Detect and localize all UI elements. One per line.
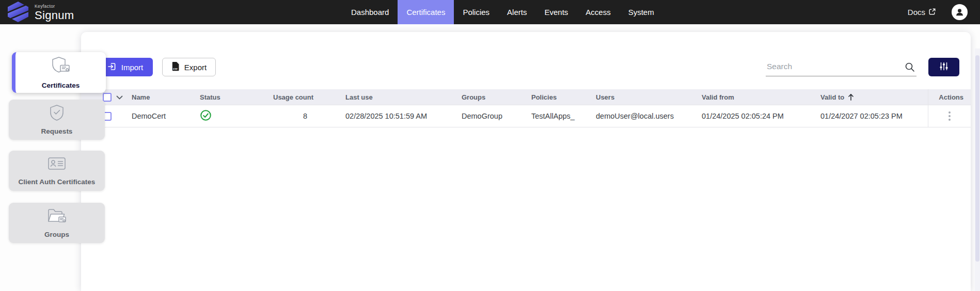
top-nav-bar: Keyfactor Signum Dashboard Certificates … <box>0 0 980 24</box>
column-header-usage-count[interactable]: Usage count <box>267 93 339 101</box>
sidebar-item-groups[interactable]: Groups <box>9 203 105 243</box>
csv-file-icon: csv <box>171 61 180 73</box>
table-header-row: Name Status Usage count Last use Groups … <box>81 89 971 105</box>
user-avatar-icon[interactable] <box>952 4 968 20</box>
scrollbar-thumb[interactable] <box>975 55 979 262</box>
docs-link[interactable]: Docs <box>908 8 936 17</box>
chevron-down-icon[interactable] <box>116 93 123 101</box>
certificates-table: Name Status Usage count Last use Groups … <box>81 89 971 127</box>
sidebar-item-label: Client Auth Certificates <box>17 178 98 186</box>
cell-usage-count: 8 <box>267 112 339 120</box>
sidebar-item-certificates[interactable]: Certificates <box>12 52 106 93</box>
column-header-status[interactable]: Status <box>194 93 267 101</box>
shield-certificate-icon <box>51 56 71 77</box>
nav-tabs: Dashboard Certificates Policies Alerts E… <box>342 0 663 24</box>
magnifier-icon[interactable] <box>905 62 915 74</box>
search-input[interactable] <box>766 58 916 75</box>
brand-text: Keyfactor Signum <box>35 4 74 21</box>
certificates-page: Certificates Requests Client Auth Certif… <box>0 24 980 291</box>
status-valid-icon <box>200 109 212 123</box>
sliders-icon <box>939 62 949 72</box>
document-import-icon <box>107 62 117 73</box>
certificates-panel: Import csv Export <box>81 32 971 291</box>
nav-right: Docs <box>908 0 968 24</box>
filter-button[interactable] <box>928 58 959 76</box>
table-row[interactable]: DemoCert 8 02/28/2025 10:51:59 AM DemoGr… <box>81 105 971 127</box>
external-link-icon <box>928 8 936 17</box>
column-header-policies[interactable]: Policies <box>525 93 590 101</box>
cell-valid-to: 01/24/2027 02:05:23 PM <box>814 112 928 120</box>
column-header-users[interactable]: Users <box>590 93 696 101</box>
select-all-checkbox[interactable] <box>103 93 112 102</box>
vertical-scrollbar[interactable] <box>975 48 980 291</box>
id-card-icon <box>47 156 67 173</box>
brand-company: Keyfactor <box>35 4 74 9</box>
sort-ascending-icon[interactable] <box>848 93 854 101</box>
column-header-actions: Actions <box>928 89 971 105</box>
cell-actions <box>928 105 971 127</box>
nav-tab-alerts[interactable]: Alerts <box>498 0 535 24</box>
cell-valid-from: 01/24/2025 02:05:24 PM <box>696 112 814 120</box>
svg-text:csv: csv <box>173 67 178 70</box>
export-button-label: Export <box>184 63 207 72</box>
import-button[interactable]: Import <box>98 58 153 76</box>
column-header-valid-to[interactable]: Valid to <box>814 93 928 101</box>
cell-last-use: 02/28/2025 10:51:59 AM <box>339 112 455 120</box>
export-button[interactable]: csv Export <box>162 58 216 76</box>
column-header-last-use[interactable]: Last use <box>339 93 455 101</box>
sidebar-item-label: Requests <box>39 127 75 135</box>
nav-tab-system[interactable]: System <box>620 0 663 24</box>
row-actions-kebab-icon[interactable] <box>945 109 954 123</box>
cell-status <box>194 109 267 123</box>
column-header-valid-from[interactable]: Valid from <box>696 93 814 101</box>
docs-link-label: Docs <box>908 8 925 17</box>
shield-check-icon <box>49 104 65 123</box>
sidebar-item-client-auth-certificates[interactable]: Client Auth Certificates <box>9 151 105 191</box>
brand-product: Signum <box>35 9 74 21</box>
sidebar-item-label: Groups <box>42 231 71 238</box>
cell-groups: DemoGroup <box>455 112 525 120</box>
sidebar-item-label: Certificates <box>40 82 82 89</box>
nav-tab-certificates[interactable]: Certificates <box>398 0 454 24</box>
nav-tab-access[interactable]: Access <box>577 0 619 24</box>
folder-certificate-icon <box>46 207 67 226</box>
cell-policies: TestAllApps_ <box>525 112 590 120</box>
sidebar-item-requests[interactable]: Requests <box>9 100 105 140</box>
cell-name: DemoCert <box>125 112 194 120</box>
search-field <box>766 58 916 76</box>
column-header-valid-to-label: Valid to <box>820 93 844 101</box>
cell-users: demoUser@local.users <box>590 112 696 120</box>
nav-tab-events[interactable]: Events <box>535 0 577 24</box>
import-button-label: Import <box>121 63 144 72</box>
nav-tab-dashboard[interactable]: Dashboard <box>342 0 398 24</box>
column-header-name[interactable]: Name <box>125 93 194 101</box>
column-header-groups[interactable]: Groups <box>455 93 525 101</box>
brand: Keyfactor Signum <box>7 2 74 24</box>
keyfactor-logo-icon <box>7 2 29 24</box>
nav-tab-policies[interactable]: Policies <box>454 0 498 24</box>
